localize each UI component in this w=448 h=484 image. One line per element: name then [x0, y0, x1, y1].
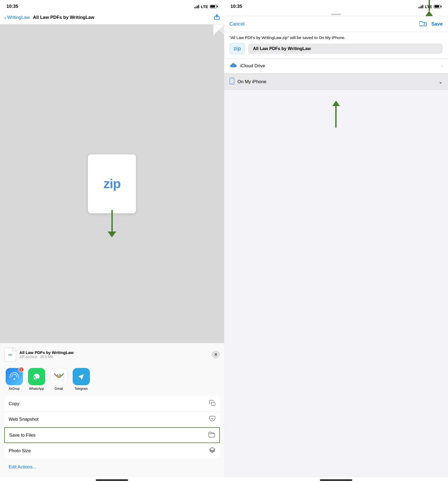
file-corner: [213, 24, 224, 35]
app-item-gmail[interactable]: M Gmail: [50, 368, 68, 391]
telegram-label: Telegram: [75, 387, 88, 391]
share-icon: [214, 13, 220, 20]
copy-icon: [209, 400, 216, 408]
app-item-telegram[interactable]: Telegram: [72, 368, 90, 391]
right-battery: [434, 5, 442, 8]
zip-file-preview: zip: [88, 154, 136, 213]
left-panel: 10:35 LTE ‹ WritingLaw All Law PDFs by W…: [0, 0, 224, 484]
action-row-copy[interactable]: Copy: [4, 396, 220, 412]
file-info: All Law PDFs by WritingLaw ZIP Archive ·…: [19, 350, 73, 359]
left-time: 10:35: [6, 4, 18, 9]
left-home-indicator: [0, 477, 224, 484]
svg-text:M: M: [57, 373, 61, 379]
filename-badge: All Law PDFs by WritingLaw: [248, 44, 443, 54]
action-row-save-to-files[interactable]: Save to Files: [4, 427, 220, 443]
back-chevron: ‹: [4, 15, 6, 21]
gmail-label: Gmail: [55, 387, 63, 391]
left-status-right: LTE: [194, 4, 217, 9]
app-item-whatsapp[interactable]: WhatsApp: [28, 368, 45, 391]
airdrop-badge: 1: [19, 367, 24, 372]
share-sheet: zip All Law PDFs by WritingLaw ZIP Archi…: [0, 343, 224, 477]
zip-badge: zip: [230, 43, 245, 54]
layers-icon: [209, 447, 216, 455]
svg-rect-10: [211, 402, 215, 406]
right-panel-bg: [224, 90, 448, 477]
action-rows-container: Copy Web Snapshot: [4, 396, 220, 458]
cancel-button[interactable]: Cancel: [230, 21, 245, 27]
network-label: LTE: [201, 4, 208, 9]
apps-row: 1 AirDrop WhatsApp: [4, 366, 220, 393]
save-button[interactable]: Save: [431, 21, 443, 27]
file-header: zip All Law PDFs by WritingLaw ZIP Archi…: [4, 348, 220, 362]
icloud-icon: [230, 62, 237, 69]
back-button[interactable]: ‹ WritingLaw: [4, 15, 30, 21]
right-time: 10:35: [231, 4, 242, 9]
file-icon-small: zip: [4, 348, 16, 362]
whatsapp-label: WhatsApp: [29, 387, 44, 391]
file-row-dialog: zip All Law PDFs by WritingLaw: [230, 43, 443, 54]
green-arrow-up: [332, 101, 340, 128]
pocket-icon: [209, 415, 216, 423]
location-row-iphone[interactable]: On My iPhone ⌄: [224, 73, 448, 90]
right-signal-bars: [418, 5, 423, 8]
signal-bars: [194, 5, 199, 8]
save-to-files-label: Save to Files: [9, 433, 36, 438]
battery-icon: [210, 5, 218, 8]
folder-add-icon[interactable]: [419, 20, 427, 28]
airdrop-label: AirDrop: [9, 387, 20, 391]
iphone-label: On My iPhone: [238, 79, 267, 85]
folder-icon: [209, 432, 215, 439]
app-item-airdrop[interactable]: 1 AirDrop: [5, 368, 23, 391]
main-content: zip: [0, 24, 224, 343]
left-status-bar: 10:35 LTE: [0, 0, 224, 11]
green-arrow-save: [425, 0, 433, 16]
edit-actions-link[interactable]: Edit Actions...: [4, 461, 220, 473]
right-status-bar: 10:35 LTE: [224, 0, 448, 11]
close-button[interactable]: ✕: [212, 350, 220, 359]
nav-title: All Law PDFs by WritingLaw: [33, 15, 211, 20]
green-arrow-down: [108, 210, 116, 237]
iphone-chevron-down: ⌄: [439, 79, 443, 85]
right-home-indicator: [224, 477, 448, 484]
pull-bar: [331, 14, 341, 15]
action-row-web-snapshot[interactable]: Web Snapshot: [4, 412, 220, 427]
location-row-icloud[interactable]: iCloud Drive ›: [224, 58, 448, 73]
share-button[interactable]: [214, 13, 220, 22]
file-name: All Law PDFs by WritingLaw: [19, 350, 73, 355]
save-message: "All Law PDFs by WritingLaw.zip" will be…: [224, 32, 448, 43]
right-panel: 10:35 LTE Cancel: [224, 0, 448, 484]
iphone-device-icon: [230, 78, 234, 86]
svg-point-16: [231, 83, 232, 84]
file-type-size: ZIP Archive · 36.5 MB: [19, 355, 73, 359]
partial-top: [224, 11, 448, 16]
whatsapp-icon: [28, 368, 45, 385]
nav-bar: ‹ WritingLaw All Law PDFs by WritingLaw: [0, 11, 224, 24]
airdrop-icon: 1: [6, 368, 23, 385]
copy-label: Copy: [9, 401, 19, 406]
action-row-photo-size[interactable]: Photo Size: [4, 443, 220, 458]
web-snapshot-label: Web Snapshot: [9, 417, 38, 422]
back-label: WritingLaw: [7, 15, 30, 20]
zip-label-preview: zip: [103, 176, 121, 191]
telegram-icon: [73, 368, 90, 385]
save-header: Cancel Save: [224, 16, 448, 32]
icloud-chevron: ›: [441, 63, 443, 69]
photo-size-label: Photo Size: [9, 448, 31, 454]
icloud-label: iCloud Drive: [240, 63, 265, 69]
save-dialog-container: Cancel Save "All Law PDFs by W: [224, 16, 448, 90]
save-header-icons: Save: [419, 20, 443, 28]
gmail-icon: M: [50, 368, 68, 385]
